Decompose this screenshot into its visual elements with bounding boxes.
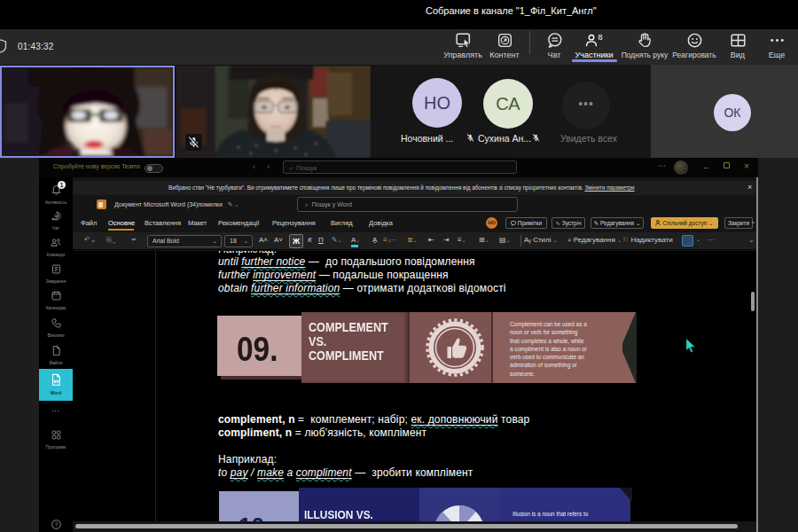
svg-text:?: ?	[54, 521, 58, 528]
svg-text:8: 8	[598, 33, 603, 42]
